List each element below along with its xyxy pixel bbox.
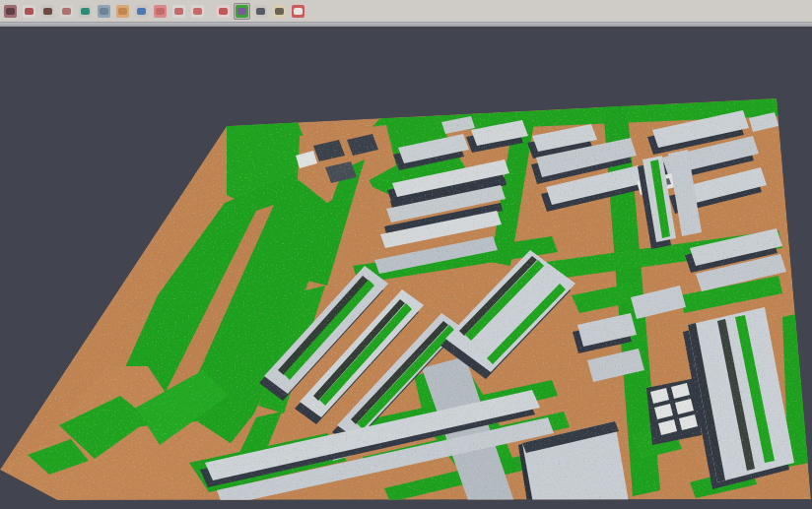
layers-icon-glyph [154,5,167,18]
orthophoto-icon[interactable] [114,3,131,20]
import-icon[interactable] [2,3,19,20]
rect-select-icon-glyph [191,5,204,18]
circle-select-icon[interactable] [170,3,187,20]
sphere-render-icon-glyph [254,5,267,18]
dem-icon[interactable] [77,3,94,20]
measure-icon-glyph [273,5,286,18]
registration-icon-glyph [23,5,35,18]
profile-icon-glyph [98,5,110,18]
globe-icon-glyph [135,5,148,18]
pointcloud-scene[interactable] [0,27,812,509]
globe-icon[interactable] [133,3,150,20]
main-toolbar [0,0,812,22]
terrain-icon[interactable] [39,3,56,20]
terrain-icon-glyph [41,5,54,18]
points-icon[interactable] [58,3,75,20]
orthophoto-icon-glyph [116,5,129,18]
clear-selection-icon-glyph [217,5,230,18]
registration-icon[interactable] [21,3,37,20]
measure-icon[interactable] [271,3,288,20]
classification-view-icon-glyph [236,5,248,18]
3d-viewport[interactable] [0,27,812,509]
profile-icon[interactable] [96,3,112,20]
classification-view-icon[interactable] [234,3,250,20]
sphere-render-icon[interactable] [252,3,269,20]
dem-icon-glyph [79,5,92,18]
rect-select-icon[interactable] [189,3,206,20]
clear-selection-icon[interactable] [215,3,232,20]
flag-icon[interactable] [290,3,306,20]
toolbar-separator [208,3,215,20]
layers-icon[interactable] [152,3,169,20]
circle-select-icon-glyph [172,5,185,18]
points-icon-glyph [60,5,73,18]
flag-icon-glyph [292,5,304,18]
import-icon-glyph [4,5,17,18]
